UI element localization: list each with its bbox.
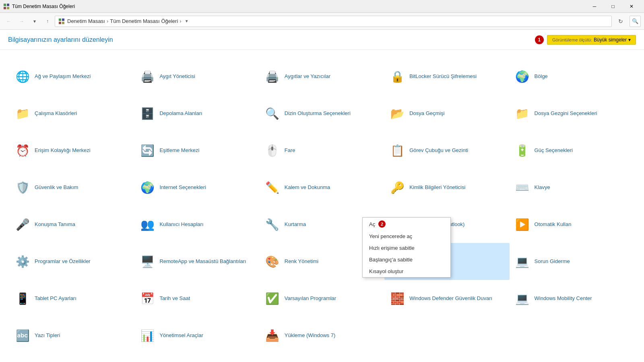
breadcrumb-all-items[interactable]: Tüm Denetim Masası Öğeleri xyxy=(110,18,178,24)
minimize-button[interactable]: ─ xyxy=(585,0,604,13)
address-path[interactable]: Denetim Masası › Tüm Denetim Masası Öğel… xyxy=(55,16,612,27)
close-button[interactable]: ✕ xyxy=(622,0,641,13)
item-label-bolge: Bölge xyxy=(535,73,548,80)
item-label-otomatik-kullan: Otomatik Kullan xyxy=(535,221,572,228)
item-tarih-saat[interactable]: 📅 Tarih ve Saat xyxy=(134,280,259,317)
item-yazi-tipleri[interactable]: 🔤 Yazı Tipleri xyxy=(10,317,134,354)
context-menu-label: Kısayol oluştur xyxy=(369,268,403,274)
item-guvenlik-bakim[interactable]: 🛡️ Güvenlik ve Bakım xyxy=(10,169,134,206)
item-icon-programlar-ozellikler: ⚙️ xyxy=(14,253,31,269)
item-aygit-yoneticisi[interactable]: 🖨️ Aygıt Yöneticisi xyxy=(134,58,259,95)
item-depolama-alanlari[interactable]: 🗄️ Depolama Alanları xyxy=(134,95,259,132)
item-varsayilan-programlar[interactable]: ✅ Varsayılan Programlar xyxy=(260,280,384,317)
item-icon-depolama-alanlari: 🗄️ xyxy=(139,105,155,121)
item-label-varsayilan-programlar: Varsayılan Programlar xyxy=(285,295,336,302)
item-yonetimsel-araclar[interactable]: 📊 Yönetimsel Araçlar xyxy=(134,317,259,354)
item-dosya-gecmisi[interactable]: 📂 Dosya Geçmişi xyxy=(384,95,509,132)
item-bolge[interactable]: 🌍 Bölge xyxy=(510,58,634,95)
item-internet-secenekleri[interactable]: 🌍 Internet Seçenekleri xyxy=(134,169,259,206)
item-kalem-dokunma[interactable]: ✏️ Kalem ve Dokunma xyxy=(260,169,384,206)
item-aygitlar-yazicilar[interactable]: 🖨️ Aygıtlar ve Yazıcılar xyxy=(260,58,384,95)
item-bitlocker[interactable]: 🔒 BitLocker Sürücü Şifrelemesi xyxy=(384,58,509,95)
item-label-fare: Fare xyxy=(285,147,295,154)
item-label-konusma-tanima: Konuşma Tanıma xyxy=(35,221,75,228)
item-label-programlar-ozellikler: Programlar ve Özellikler xyxy=(35,258,91,265)
context-menu-item-3[interactable]: Başlangıç'a sabitle xyxy=(363,254,450,265)
view-button[interactable]: Görüntüleme ölçütü: Büyük simgeler ▾ xyxy=(547,35,636,45)
content-area: 🌐 Ağ ve Paylaşım Merkezi 🖨️ Aygıt Yöneti… xyxy=(0,50,644,362)
item-icon-aygitlar-yazicilar: 🖨️ xyxy=(264,68,281,84)
context-menu-item-0[interactable]: Aç2 xyxy=(363,218,450,230)
item-otomatik-kullan[interactable]: ▶️ Otomatik Kullan xyxy=(510,206,634,243)
item-icon-bitlocker: 🔒 xyxy=(389,68,405,84)
item-fare[interactable]: 🖱️ Fare xyxy=(260,132,384,169)
item-kullanici-hesaplari[interactable]: 👥 Kullanıcı Hesapları xyxy=(134,206,259,243)
item-sorun-giderme[interactable]: 💻 Sorun Giderme xyxy=(510,243,634,280)
item-label-depolama-alanlari: Depolama Alanları xyxy=(159,110,202,117)
item-label-remoteapp: RemoteApp ve Masaüstü Bağlantıları xyxy=(159,258,246,265)
item-label-yazi-tipleri: Yazı Tipleri xyxy=(35,332,60,339)
page-title: Bilgisayarınızın ayarlarını düzenleyin xyxy=(8,36,113,43)
titlebar-controls: ─ □ ✕ xyxy=(585,0,641,13)
context-menu-label: Aç xyxy=(369,221,375,227)
item-label-ag-paylasim: Ağ ve Paylaşım Merkezi xyxy=(35,73,91,80)
refresh-button[interactable]: ↻ xyxy=(615,16,626,27)
item-dosya-gezgini[interactable]: 📁 Dosya Gezgini Seçenekleri xyxy=(510,95,634,132)
item-icon-guc-secenekleri: 🔋 xyxy=(514,142,530,158)
maximize-button[interactable]: □ xyxy=(604,0,622,13)
item-remoteapp[interactable]: 🖥️ RemoteApp ve Masaüstü Bağlantıları xyxy=(134,243,259,280)
item-gorev-cubugu[interactable]: 📋 Görev Çubuğu ve Gezinti xyxy=(384,132,509,169)
item-label-internet-secenekleri: Internet Seçenekleri xyxy=(159,184,206,191)
toolbar: Bilgisayarınızın ayarlarını düzenleyin 1… xyxy=(0,30,644,50)
item-icon-aygit-yoneticisi: 🖨️ xyxy=(139,68,155,84)
item-windows-mobility[interactable]: 💻 Windows Mobility Center xyxy=(510,280,634,317)
item-ag-paylasim[interactable]: 🌐 Ağ ve Paylaşım Merkezi xyxy=(10,58,134,95)
dropdown-button[interactable]: ▾ xyxy=(29,16,40,27)
item-icon-remoteapp: 🖥️ xyxy=(139,253,155,269)
context-menu-item-4[interactable]: Kısayol oluştur xyxy=(363,265,450,277)
item-esitleme-merkezi[interactable]: 🔄 Eşitleme Merkezi xyxy=(134,132,259,169)
item-icon-tarih-saat: 📅 xyxy=(139,290,155,306)
titlebar-title: Tüm Denetim Masası Öğeleri xyxy=(12,4,585,9)
item-label-calisma-klasorleri: Çalışma Klasörleri xyxy=(35,110,77,117)
context-menu-label: Başlangıç'a sabitle xyxy=(369,257,413,263)
item-kimlik-bilgileri[interactable]: 🔑 Kimlik Bilgileri Yöneticisi xyxy=(384,169,509,206)
item-programlar-ozellikler[interactable]: ⚙️ Programlar ve Özellikler xyxy=(10,243,134,280)
context-menu-item-1[interactable]: Yeni pencerede aç xyxy=(363,230,450,242)
item-tablet-pc[interactable]: 📱 Tablet PC Ayarları xyxy=(10,280,134,317)
item-guc-secenekleri[interactable]: 🔋 Güç Seçenekleri xyxy=(510,132,634,169)
item-yukleme-windows7[interactable]: 📥 Yükleme (Windows 7) xyxy=(260,317,384,354)
item-label-dizin-olusturma: Dizin Oluşturma Seçenekleri xyxy=(285,110,351,117)
context-menu-badge: 2 xyxy=(378,220,386,228)
up-button[interactable]: ↑ xyxy=(42,16,53,27)
item-label-kurtarma: Kurtarma xyxy=(285,221,306,228)
item-windows-defender[interactable]: 🧱 Windows Defender Güvenlik Duvarı xyxy=(384,280,509,317)
item-konusma-tanima[interactable]: 🎤 Konuşma Tanıma xyxy=(10,206,134,243)
back-button[interactable]: ← xyxy=(3,16,14,27)
item-klavye[interactable]: ⌨️ Klavye xyxy=(510,169,634,206)
context-menu-label: Hızlı erişime sabitle xyxy=(369,245,415,251)
context-menu: Aç2Yeni pencerede açHızlı erişime sabitl… xyxy=(362,217,451,278)
item-label-windows-mobility: Windows Mobility Center xyxy=(535,295,592,302)
item-label-sorun-giderme: Sorun Giderme xyxy=(535,258,570,265)
item-calisma-klasorleri[interactable]: 📁 Çalışma Klasörleri xyxy=(10,95,134,132)
item-icon-yukleme-windows7: 📥 xyxy=(264,327,281,343)
context-menu-item-2[interactable]: Hızlı erişime sabitle xyxy=(363,242,450,254)
item-erisim-kolayligi[interactable]: ⏰ Erişim Kolaylığı Merkezi xyxy=(10,132,134,169)
item-icon-dosya-gecmisi: 📂 xyxy=(389,105,405,121)
item-label-renk-yonetimi: Renk Yönetimi xyxy=(285,258,318,265)
breadcrumb-control-panel[interactable]: Denetim Masası xyxy=(67,18,105,24)
view-label: Görüntüleme ölçütü: xyxy=(552,37,592,42)
item-icon-fare: 🖱️ xyxy=(264,142,281,158)
svg-rect-2 xyxy=(4,7,6,9)
item-label-tablet-pc: Tablet PC Ayarları xyxy=(35,295,76,302)
item-icon-kalem-dokunma: ✏️ xyxy=(264,179,281,195)
forward-button[interactable]: → xyxy=(16,16,27,27)
item-label-dosya-gezgini: Dosya Gezgini Seçenekleri xyxy=(535,110,597,117)
item-icon-renk-yonetimi: 🎨 xyxy=(264,253,281,269)
item-icon-esitleme-merkezi: 🔄 xyxy=(139,142,155,158)
item-icon-erisim-kolayligi: ⏰ xyxy=(14,142,31,158)
item-label-aygitlar-yazicilar: Aygıtlar ve Yazıcılar xyxy=(285,73,330,80)
item-dizin-olusturma[interactable]: 🔍 Dizin Oluşturma Seçenekleri xyxy=(260,95,384,132)
search-button[interactable]: 🔍 xyxy=(630,16,641,27)
